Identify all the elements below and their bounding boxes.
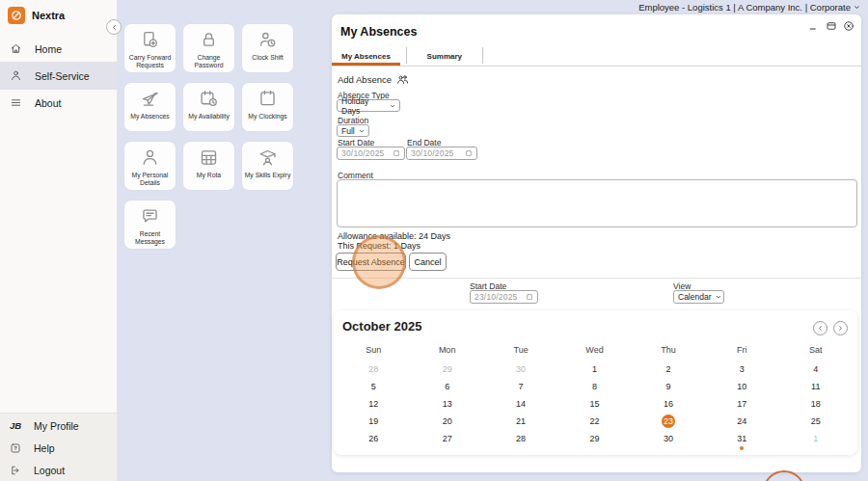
- calendar-day-cell[interactable]: 20: [410, 413, 483, 430]
- absence-type-select[interactable]: Holiday Days: [337, 99, 400, 112]
- allowance-available-text: Allowance available: 24 Days: [338, 231, 450, 241]
- calendar-day: 13: [443, 399, 452, 409]
- tab-my-absences[interactable]: My Absences: [332, 46, 400, 66]
- calendar-day-header: Sun: [337, 343, 410, 356]
- end-date-input[interactable]: 30/10/2025: [406, 147, 477, 160]
- calendar-day-cell[interactable]: 29: [410, 361, 483, 378]
- calendar-day-cell[interactable]: 27: [410, 430, 483, 447]
- calendar-day-cell[interactable]: 22: [557, 413, 631, 430]
- start-date-input[interactable]: 30/10/2025: [337, 147, 405, 160]
- rota-grid-icon: [199, 147, 219, 168]
- calendar-day-cell[interactable]: 26: [337, 430, 410, 447]
- tile-my-absences[interactable]: My Absences: [124, 83, 176, 131]
- user-context-text: Employee - Logistics 1 | A Company Inc. …: [638, 2, 851, 13]
- calendar-day-header: Wed: [557, 343, 631, 356]
- calendar-day-cell[interactable]: 5: [337, 378, 410, 395]
- calendar-day-header: Tue: [484, 343, 557, 356]
- duration-select[interactable]: Full: [337, 124, 369, 137]
- calendar-start-date-input[interactable]: 23/10/2025: [470, 290, 538, 304]
- tile-my-skills-expiry[interactable]: My Skills Expiry: [242, 142, 293, 190]
- calendar-day-cell[interactable]: 21: [484, 413, 557, 430]
- tab-bar: My AbsencesSummary: [332, 46, 489, 66]
- calendar-day-cell[interactable]: 15: [557, 395, 631, 413]
- tab-label: My Absences: [341, 52, 391, 61]
- topbar-user-context[interactable]: Employee - Logistics 1 | A Company Inc. …: [638, 2, 860, 13]
- tile-carry-forward-requests[interactable]: Carry Forward Requests: [124, 24, 176, 72]
- tile-my-clockings[interactable]: My Clockings: [242, 83, 293, 131]
- calendar-day-cell[interactable]: 23: [632, 413, 705, 430]
- cancel-button[interactable]: Cancel: [409, 253, 447, 271]
- calendar-day-cell[interactable]: 9: [632, 378, 705, 395]
- calendar-day: 24: [737, 416, 746, 426]
- calendar-day-cell[interactable]: 8: [557, 378, 631, 395]
- calendar-day-cell[interactable]: 29: [557, 430, 631, 447]
- calendar-day: 19: [368, 416, 378, 426]
- brand: Nextra: [0, 0, 117, 25]
- sidebar-footer-item-my-profile[interactable]: JBMy Profile: [0, 414, 117, 437]
- chevron-down-icon: [716, 294, 721, 300]
- calendar-selected-day: 23: [662, 414, 675, 428]
- sidebar-footer-item-help[interactable]: ?Help: [0, 437, 117, 459]
- calendar-day-cell[interactable]: 14: [484, 395, 557, 413]
- calendar-day-cell[interactable]: 18: [779, 395, 853, 413]
- calendar-day-cell[interactable]: 25: [779, 413, 853, 430]
- calendar-day-cell[interactable]: 30: [484, 361, 557, 378]
- sidebar-footer: JBMy Profile?HelpLogout: [0, 413, 117, 481]
- calendar-day-cell[interactable]: 30: [632, 430, 705, 447]
- calendar-day-cell[interactable]: 3: [705, 361, 778, 378]
- close-button[interactable]: [843, 20, 854, 32]
- tab-summary[interactable]: Summary: [413, 46, 476, 66]
- calendar-day-cell[interactable]: 28: [337, 361, 410, 378]
- calendar-day: 5: [371, 382, 376, 391]
- tile-clock-shift[interactable]: Clock Shift: [242, 24, 293, 72]
- calendar-day-cell[interactable]: 19: [337, 413, 410, 430]
- calendar-day: 3: [740, 364, 745, 374]
- sidebar-item-home[interactable]: Home: [0, 36, 117, 62]
- previous-month-button[interactable]: [813, 321, 827, 335]
- calendar-day-cell[interactable]: 4: [779, 361, 853, 378]
- tile-my-availability[interactable]: My Availability: [183, 83, 234, 131]
- calendar-nav: [813, 321, 848, 335]
- request-absence-button[interactable]: Request Absence: [336, 253, 406, 271]
- calendar-day-cell[interactable]: 7: [484, 378, 557, 395]
- comment-textarea[interactable]: [337, 179, 857, 227]
- sidebar-item-about[interactable]: About: [0, 90, 117, 116]
- calendar-day-cell[interactable]: 16: [632, 395, 705, 413]
- calendar-day-cell[interactable]: 13: [410, 395, 483, 413]
- maximize-button[interactable]: [826, 20, 837, 32]
- tile-recent-messages[interactable]: Recent Messages: [124, 200, 176, 249]
- person-icon: [140, 147, 160, 168]
- sidebar-footer-label: My Profile: [34, 420, 79, 432]
- calendar-day-cell[interactable]: 12: [337, 395, 410, 413]
- tile-my-personal-details[interactable]: My Personal Details: [124, 142, 176, 190]
- calendar-day: 30: [516, 364, 526, 374]
- calendar-day-cell[interactable]: 11: [779, 378, 853, 395]
- calendar-day-cell[interactable]: 2: [632, 361, 705, 378]
- next-month-button[interactable]: [833, 321, 848, 335]
- calendar-day: 26: [368, 434, 378, 443]
- sidebar-collapse-button[interactable]: [106, 19, 122, 35]
- my-absences-window: My Absences My AbsencesSummary Add Absen…: [332, 14, 861, 472]
- calendar-day-cell[interactable]: 24: [705, 413, 778, 430]
- calendar-day: 14: [516, 399, 526, 409]
- self-service-tile-grid: Carry Forward RequestsChange PasswordClo…: [124, 24, 293, 249]
- tile-change-password[interactable]: Change Password: [183, 24, 234, 72]
- calendar-day-cell[interactable]: 1: [779, 430, 853, 447]
- view-select[interactable]: Calendar: [673, 290, 724, 304]
- calendar-day: 10: [737, 382, 746, 391]
- calendar-day-cell[interactable]: 31: [705, 430, 778, 447]
- calendar-day-cell[interactable]: 10: [705, 378, 778, 395]
- calendar-day-cell[interactable]: 28: [484, 430, 557, 447]
- tile-label: Change Password: [183, 54, 234, 69]
- calendar-day: 11: [811, 382, 820, 391]
- calendar-day-cell[interactable]: 1: [557, 361, 631, 378]
- calendar-day-cell[interactable]: 17: [705, 395, 778, 413]
- minimize-button[interactable]: [808, 20, 820, 32]
- sidebar: Nextra HomeSelf-ServiceAbout JBMy Profil…: [0, 0, 117, 481]
- tile-my-rota[interactable]: My Rota: [183, 142, 234, 190]
- sidebar-footer-item-logout[interactable]: Logout: [0, 459, 117, 481]
- calendar-day-cell[interactable]: 6: [410, 378, 483, 395]
- sidebar-item-self-service[interactable]: Self-Service: [0, 62, 117, 90]
- chevron-down-icon: [359, 128, 365, 134]
- tile-label: Recent Messages: [124, 230, 176, 246]
